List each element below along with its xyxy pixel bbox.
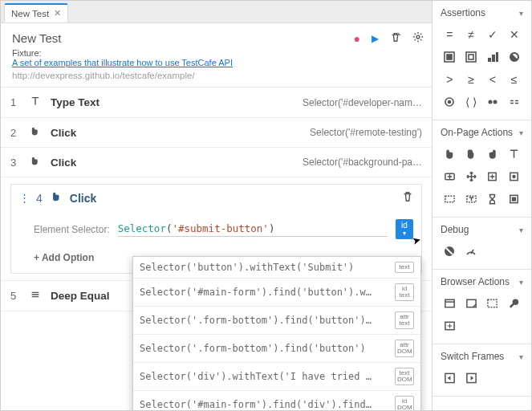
- strategy-badge: idtext: [395, 283, 414, 301]
- contains-icon[interactable]: [439, 47, 461, 67]
- speed-icon[interactable]: [461, 242, 482, 261]
- panel-header[interactable]: Switch Frames▾: [433, 344, 531, 367]
- chevron-down-icon: ▾: [519, 352, 523, 361]
- strategy-badge: text: [395, 262, 414, 273]
- panel-header[interactable]: Debug▾: [433, 218, 531, 240]
- chevron-down-icon: ▾: [519, 128, 523, 137]
- svg-rect-14: [510, 101, 519, 103]
- svg-point-0: [416, 35, 420, 39]
- wait-icon[interactable]: [482, 189, 504, 209]
- panel-header[interactable]: Browser Actions▾: [433, 270, 531, 292]
- switch-frames-panel: Switch Frames▾: [433, 344, 531, 397]
- fixture-label: Fixture:: [12, 48, 420, 58]
- step-title: Click: [70, 192, 96, 205]
- step-selector: Selector('#developer-nam…: [303, 97, 422, 108]
- greater-equal-icon[interactable]: ≥: [461, 70, 482, 89]
- panel-header[interactable]: On-Page Actions▾: [433, 120, 531, 143]
- svg-rect-3: [466, 52, 476, 62]
- right-click-icon[interactable]: [482, 144, 504, 164]
- chevron-down-icon: ▾: [400, 230, 409, 237]
- drag-handle-icon[interactable]: ⋮: [19, 192, 28, 204]
- assertions-panel: Assertions▾ = ≠ ✓ ✕ > ≥ < ≤ ⟨ ⟩: [433, 1, 531, 120]
- ok-icon[interactable]: ✓: [482, 25, 504, 44]
- resize-icon[interactable]: [482, 294, 504, 313]
- selector-suggestion[interactable]: Selector('.form-bottom').find('button')……: [133, 307, 420, 335]
- click-icon: [51, 191, 62, 205]
- element-selector-input[interactable]: Selector('#submit-button'): [118, 222, 388, 237]
- step-name: Deep Equal: [51, 290, 110, 302]
- drag-to-element-icon[interactable]: [482, 167, 504, 186]
- within-icon[interactable]: [439, 92, 461, 112]
- svg-rect-5: [488, 58, 491, 62]
- switch-to-main-icon[interactable]: [461, 368, 482, 388]
- less-equal-icon[interactable]: ≤: [503, 70, 525, 89]
- svg-rect-7: [496, 52, 498, 62]
- hover-icon[interactable]: [503, 167, 525, 186]
- not-within-icon[interactable]: ⟨ ⟩: [461, 92, 482, 112]
- type-of-icon[interactable]: [482, 47, 504, 67]
- selector-suggestion[interactable]: Selector('button').withText('Submit') te…: [133, 257, 420, 279]
- type-text-icon[interactable]: [503, 144, 525, 164]
- maximize-icon[interactable]: [439, 316, 461, 336]
- step-row[interactable]: 2 Click Selector('#remote-testing'): [1, 118, 432, 148]
- selector-strategy-button[interactable]: id ▾ ➤: [396, 219, 413, 239]
- step-number: 5: [10, 290, 22, 302]
- navigate-icon[interactable]: [439, 294, 461, 313]
- debug-icon[interactable]: [439, 242, 461, 261]
- not-contains-icon[interactable]: [461, 47, 482, 67]
- settings-icon[interactable]: [412, 31, 424, 45]
- debug-panel: Debug▾: [433, 218, 531, 270]
- not-type-of-icon[interactable]: [503, 47, 525, 67]
- double-click-icon[interactable]: [461, 144, 482, 164]
- type-text-icon: [30, 96, 43, 109]
- fixture-link[interactable]: A set of examples that illustrate how to…: [12, 58, 420, 67]
- svg-point-10: [488, 100, 492, 104]
- drag-icon[interactable]: [461, 167, 482, 186]
- strategy-badge: attrDOM: [395, 340, 414, 357]
- select-text-icon[interactable]: [439, 189, 461, 209]
- step-row[interactable]: 3 Click Selector('#background-pa…: [1, 148, 432, 177]
- press-key-icon[interactable]: [439, 167, 461, 186]
- screenshot-icon[interactable]: [461, 294, 482, 313]
- play-icon[interactable]: ▶: [372, 33, 379, 44]
- selector-suggestion[interactable]: Selector('#main-form').find('div').find……: [133, 391, 420, 411]
- delete-icon[interactable]: [390, 31, 401, 45]
- browser-actions-panel: Browser Actions▾: [433, 270, 531, 344]
- select-editable-icon[interactable]: [461, 189, 482, 209]
- switch-to-iframe-icon[interactable]: [439, 368, 461, 388]
- click-icon: [30, 156, 43, 169]
- chevron-down-icon: ▾: [519, 9, 523, 18]
- svg-point-18: [513, 176, 515, 178]
- svg-rect-23: [445, 299, 454, 307]
- selector-suggestion[interactable]: Selector('.form-bottom').find('button') …: [133, 335, 420, 363]
- not-equal-icon[interactable]: ≠: [461, 25, 482, 44]
- upload-icon[interactable]: [503, 189, 525, 209]
- svg-rect-25: [488, 299, 497, 307]
- not-ok-icon[interactable]: ✕: [503, 25, 525, 44]
- step-number: 3: [10, 157, 22, 169]
- record-icon[interactable]: ●: [354, 32, 360, 45]
- svg-rect-6: [492, 55, 495, 62]
- step-row[interactable]: 1 Type Text Selector('#developer-nam…: [1, 87, 432, 118]
- panel-header[interactable]: Assertions▾: [433, 1, 531, 23]
- equal-icon[interactable]: =: [439, 25, 461, 44]
- step-name: Click: [51, 127, 76, 139]
- tab-bar: New Test ✕: [1, 1, 432, 23]
- close-icon[interactable]: ✕: [54, 8, 61, 18]
- tab-new-test[interactable]: New Test ✕: [4, 3, 68, 22]
- element-selector-label: Element Selector:: [34, 224, 110, 235]
- not-match-icon[interactable]: [503, 92, 525, 112]
- selector-suggestion[interactable]: Selector('div').withText('I have tried ……: [133, 363, 420, 391]
- step-number: 1: [10, 96, 22, 108]
- mouse-cursor-icon: ➤: [412, 234, 423, 246]
- step-selector: Selector('#background-pa…: [303, 157, 422, 168]
- selector-suggestion[interactable]: Selector('#main-form').find('button').w……: [133, 279, 420, 307]
- click-icon[interactable]: [439, 144, 461, 164]
- less-than-icon[interactable]: <: [482, 70, 504, 89]
- step-selector: Selector('#remote-testing'): [310, 127, 422, 138]
- match-icon[interactable]: [482, 92, 504, 112]
- greater-than-icon[interactable]: >: [439, 70, 461, 89]
- strategy-badge: attrtext: [395, 311, 414, 329]
- navigate-to-icon[interactable]: [503, 294, 525, 313]
- delete-step-icon[interactable]: [402, 191, 413, 205]
